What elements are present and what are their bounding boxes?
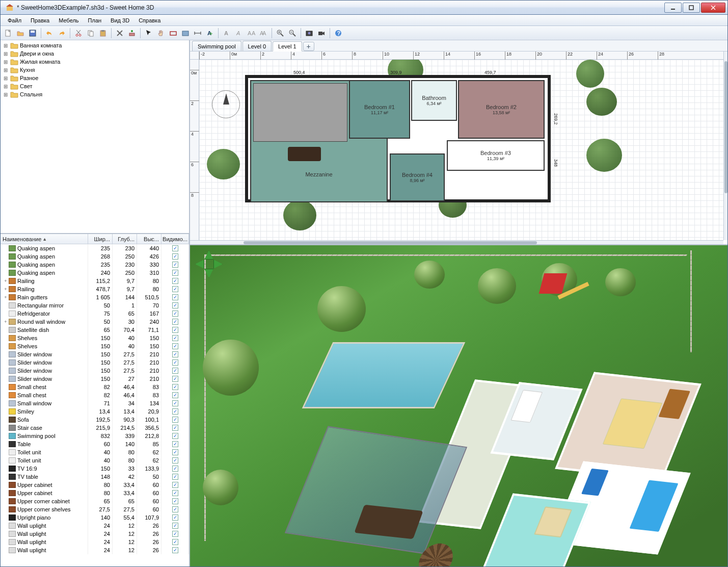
- column-depth[interactable]: Глуб...: [113, 234, 137, 244]
- visible-checkbox[interactable]: [172, 433, 178, 439]
- table-row[interactable]: Wall uplight241226: [1, 538, 189, 546]
- visible-checkbox[interactable]: [172, 425, 178, 431]
- floorplan[interactable]: Mezzanine Bedroom #111,17 м² Bathroom6,3…: [245, 75, 551, 202]
- column-width[interactable]: Шир...: [88, 234, 113, 244]
- visible-checkbox[interactable]: [172, 539, 178, 545]
- tree-icon[interactable]: [283, 200, 316, 230]
- column-height[interactable]: Выс...: [137, 234, 161, 244]
- add-level-button[interactable]: +: [303, 42, 314, 51]
- menu-item-4[interactable]: Вид 3D: [106, 16, 133, 24]
- visible-checkbox[interactable]: [172, 262, 178, 268]
- visible-checkbox[interactable]: [172, 245, 178, 251]
- room-bedroom3[interactable]: Bedroom #311,39 м²: [447, 140, 545, 171]
- visible-checkbox[interactable]: [172, 253, 178, 260]
- visible-checkbox[interactable]: [172, 302, 178, 308]
- maximize-button[interactable]: [683, 3, 700, 13]
- visible-checkbox[interactable]: [172, 327, 178, 333]
- column-visible[interactable]: Видимо...: [161, 234, 189, 244]
- visible-checkbox[interactable]: [172, 506, 178, 512]
- tree-icon[interactable]: [207, 149, 240, 179]
- visible-checkbox[interactable]: [172, 270, 178, 276]
- catalog-node[interactable]: ⊞Разное: [2, 74, 188, 82]
- visible-checkbox[interactable]: [172, 466, 178, 472]
- tree-icon[interactable]: [576, 60, 604, 88]
- new-document-icon[interactable]: [3, 28, 14, 39]
- visible-checkbox[interactable]: [172, 384, 178, 390]
- table-row[interactable]: Toilet unit408062: [1, 456, 189, 465]
- visible-checkbox[interactable]: [172, 311, 178, 317]
- visible-checkbox[interactable]: [172, 547, 178, 553]
- nav-left-icon[interactable]: [195, 260, 204, 269]
- catalog-node[interactable]: ⊞Кухня: [2, 66, 188, 74]
- level-tab[interactable]: Swimming pool: [192, 41, 241, 51]
- cut-icon[interactable]: [73, 28, 84, 39]
- minimize-button[interactable]: [664, 3, 682, 13]
- open-folder-icon[interactable]: [15, 28, 26, 39]
- catalog-node[interactable]: ⊞Жилая комната: [2, 58, 188, 66]
- create-dimensions-icon[interactable]: [192, 28, 203, 39]
- table-row[interactable]: Table6014085: [1, 440, 189, 448]
- expander-icon[interactable]: ⊞: [3, 67, 9, 73]
- table-row[interactable]: Quaking aspen235230440: [1, 244, 189, 252]
- redo-icon[interactable]: [56, 28, 67, 39]
- table-row[interactable]: +Round wall window5030240: [1, 318, 189, 326]
- create-video-icon[interactable]: [316, 28, 327, 39]
- table-row[interactable]: Swimming pool832339212,8: [1, 432, 189, 440]
- paste-icon[interactable]: [97, 28, 109, 39]
- expander-icon[interactable]: ⊞: [3, 59, 9, 65]
- preferences-icon[interactable]: [114, 28, 125, 39]
- visible-checkbox[interactable]: [172, 392, 178, 398]
- expander-icon[interactable]: ⊞: [3, 84, 9, 89]
- table-row[interactable]: Wall uplight241226: [1, 522, 189, 530]
- copy-icon[interactable]: [85, 28, 96, 39]
- visible-checkbox[interactable]: [172, 474, 178, 480]
- menu-item-3[interactable]: План: [84, 16, 106, 24]
- menu-item-0[interactable]: Файл: [4, 16, 25, 24]
- room-bedroom4[interactable]: Bedroom #48,96 м²: [390, 153, 445, 201]
- visible-checkbox[interactable]: [172, 319, 178, 325]
- visible-checkbox[interactable]: [172, 351, 178, 357]
- table-row[interactable]: Upper cabinet8033,460: [1, 481, 189, 489]
- table-row[interactable]: Quaking aspen235230330: [1, 261, 189, 269]
- sofa-icon[interactable]: [288, 147, 321, 161]
- table-row[interactable]: Slider window15027,5210: [1, 358, 189, 367]
- visible-checkbox[interactable]: [172, 408, 178, 415]
- catalog-node[interactable]: ⊞Двери и окна: [2, 49, 188, 58]
- visible-checkbox[interactable]: [172, 400, 178, 406]
- table-row[interactable]: TV table1484250: [1, 473, 189, 481]
- table-row[interactable]: Quaking aspen268250426: [1, 252, 189, 261]
- create-rooms-icon[interactable]: [180, 28, 191, 39]
- increase-text-icon[interactable]: AA: [246, 28, 257, 39]
- catalog-node[interactable]: ⊞Ванная комната: [2, 41, 188, 49]
- table-row[interactable]: Small window7134134: [1, 399, 189, 407]
- table-row[interactable]: +Railing478,79,780: [1, 285, 189, 293]
- table-row[interactable]: Slider window15027,5210: [1, 367, 189, 375]
- visible-checkbox[interactable]: [172, 335, 178, 341]
- visible-checkbox[interactable]: [172, 482, 178, 488]
- table-row[interactable]: Slider window15027,5210: [1, 350, 189, 358]
- visible-checkbox[interactable]: [172, 449, 178, 455]
- nav-right-icon[interactable]: [213, 260, 223, 269]
- catalog-node[interactable]: ⊞Спальня: [2, 90, 188, 98]
- visible-checkbox[interactable]: [172, 343, 178, 349]
- menu-item-5[interactable]: Справка: [134, 16, 165, 24]
- visible-checkbox[interactable]: [172, 514, 178, 521]
- visible-checkbox[interactable]: [172, 368, 178, 374]
- table-row[interactable]: Refridgerator7565167: [1, 310, 189, 318]
- table-row[interactable]: Quaking aspen240250310: [1, 269, 189, 277]
- table-row[interactable]: Rectangular mirror50170: [1, 301, 189, 310]
- table-row[interactable]: Satellite dish6570,471,1: [1, 326, 189, 334]
- table-row[interactable]: Slider window15027210: [1, 375, 189, 383]
- visible-checkbox[interactable]: [172, 457, 178, 463]
- table-row[interactable]: Sofa192,590,3100,1: [1, 416, 189, 424]
- menu-item-2[interactable]: Мебель: [55, 16, 83, 24]
- close-button[interactable]: [701, 3, 725, 13]
- table-row[interactable]: Upper corner cabinet656560: [1, 497, 189, 505]
- level-tab[interactable]: Level 1: [273, 41, 302, 51]
- save-icon[interactable]: [27, 28, 38, 39]
- visible-checkbox[interactable]: [172, 294, 178, 300]
- tree-icon[interactable]: [586, 139, 622, 172]
- decrease-text-icon[interactable]: AA: [258, 28, 269, 39]
- table-row[interactable]: Wall uplight241226: [1, 530, 189, 538]
- table-row[interactable]: Smiley13,413,420,9: [1, 407, 189, 416]
